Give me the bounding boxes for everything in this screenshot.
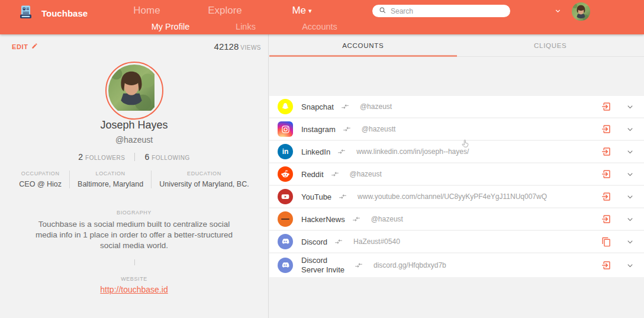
- account-value: @hazeustt: [362, 125, 396, 133]
- account-row: Reddit @hazeust: [269, 163, 644, 185]
- open-link-icon[interactable]: [601, 191, 611, 202]
- service-name: Discord Server Invite: [301, 256, 347, 275]
- occupation-field: OCCUPATION CEO @ Hioz: [11, 171, 69, 188]
- views-label: VIEWS: [240, 44, 261, 51]
- compare-arrows-icon: [334, 237, 343, 246]
- website-link[interactable]: http://touchbase.id: [100, 285, 168, 294]
- nav-me[interactable]: Me▾: [292, 5, 311, 17]
- hackernews-icon: [278, 211, 293, 227]
- service-name: Instagram: [301, 125, 336, 134]
- brand-name: Touchbase: [41, 8, 88, 18]
- account-row: HackerNews @hazeust: [269, 208, 644, 230]
- tab-bar: ACCOUNTS CLIQUES: [269, 34, 644, 57]
- account-value: @hazeust: [360, 102, 392, 111]
- account-row: Discord Server Invite discord.gg/Hfqbdxy…: [269, 253, 644, 277]
- section-divider: [134, 259, 135, 265]
- open-link-icon[interactable]: [601, 101, 611, 112]
- open-link-icon[interactable]: [601, 124, 611, 134]
- compare-arrows-icon: [337, 147, 346, 156]
- account-row: Instagram @hazeustt: [269, 118, 644, 140]
- stats-divider: [134, 153, 135, 161]
- instagram-icon: [278, 121, 293, 137]
- chevron-down-icon[interactable]: [626, 125, 635, 134]
- chevron-down-icon[interactable]: [626, 170, 635, 179]
- header-avatar[interactable]: [572, 2, 590, 21]
- chevron-down-icon[interactable]: [626, 215, 635, 224]
- chevron-down-icon[interactable]: [626, 102, 635, 111]
- chevron-down-icon[interactable]: [626, 237, 635, 246]
- compare-arrows-icon: [355, 261, 363, 269]
- account-row: Snapchat @hazeust: [269, 96, 644, 117]
- account-value: www.linkedin.com/in/joseph--hayes/: [356, 147, 469, 156]
- open-link-icon[interactable]: [601, 146, 611, 157]
- location-field: LOCATION Baltimore, Maryland: [69, 171, 151, 188]
- profile-views: 42128VIEWS: [214, 41, 261, 52]
- profile-avatar[interactable]: [105, 62, 163, 120]
- account-row: YouTube www.youtube.com/channel/UC8yyKyP…: [269, 186, 644, 207]
- biography-text: Touchbase is a social medium built to ce…: [31, 219, 237, 251]
- compare-arrows-icon: [352, 215, 360, 223]
- biography-label: BIOGRAPHY: [0, 210, 268, 216]
- profile-panel: EDIT 42128VIEWS Joseph Hayes @hazeust 2F…: [0, 34, 269, 318]
- tab-cliques[interactable]: CLIQUES: [457, 34, 644, 56]
- service-name: LinkedIn: [301, 147, 330, 156]
- edit-label: EDIT: [12, 43, 28, 50]
- subnav-my-profile[interactable]: My Profile: [152, 22, 189, 31]
- service-name: Snapchat: [301, 102, 334, 111]
- profile-handle: @hazeust: [0, 135, 268, 144]
- discord-icon: [278, 258, 293, 273]
- open-link-icon[interactable]: [601, 214, 611, 224]
- service-name: Reddit: [301, 170, 324, 179]
- chevron-down-icon[interactable]: [626, 261, 635, 270]
- following-stat[interactable]: 6FOLLOWING: [144, 152, 189, 162]
- brand[interactable]: Touchbase: [18, 4, 88, 23]
- pencil-icon: [31, 43, 38, 50]
- account-value: @hazeust: [350, 170, 382, 178]
- active-tab-indicator: [269, 55, 457, 57]
- copy-icon[interactable]: [601, 237, 611, 247]
- nav-home[interactable]: Home: [133, 5, 160, 17]
- reddit-icon: [278, 166, 293, 182]
- search-placeholder: Search: [391, 7, 413, 15]
- chevron-down-icon[interactable]: [626, 147, 635, 156]
- account-row: Discord HaZeust#0540: [269, 231, 644, 252]
- accounts-panel: ACCOUNTS CLIQUES Snapchat @hazeust Insta…: [269, 34, 644, 318]
- nav-explore[interactable]: Explore: [208, 5, 242, 17]
- account-value: discord.gg/Hfqbdxyd7b: [373, 261, 446, 269]
- compare-arrows-icon: [343, 125, 351, 133]
- account-value: @hazeust: [371, 215, 403, 223]
- touchbase-logo-icon: [18, 4, 34, 23]
- search-icon: [379, 6, 387, 17]
- service-name: YouTube: [301, 192, 331, 201]
- account-value: www.youtube.com/channel/UC8yyKyPF4eYgJ11…: [358, 192, 547, 201]
- followers-stat[interactable]: 2FOLLOWERS: [78, 152, 125, 162]
- account-row: in LinkedIn www.linkedin.com/in/joseph--…: [269, 141, 644, 162]
- open-link-icon[interactable]: [601, 169, 611, 179]
- snapchat-icon: [278, 99, 293, 114]
- compare-arrows-icon: [339, 192, 347, 201]
- service-name: HackerNews: [301, 215, 345, 224]
- discord-icon: [278, 234, 293, 249]
- website-link-wrap: http://touchbase.id: [0, 285, 268, 294]
- app-header: Touchbase Home Explore Me▾ Search My Pro…: [0, 0, 644, 34]
- education-field: EDUCATION University of Maryland, BC.: [151, 171, 256, 188]
- tab-accounts[interactable]: ACCOUNTS: [269, 34, 457, 56]
- search-input[interactable]: Search: [372, 5, 510, 17]
- compare-arrows-icon: [341, 102, 349, 111]
- subnav-accounts[interactable]: Accounts: [302, 22, 337, 31]
- views-count: 42128: [214, 41, 239, 52]
- linkedin-icon: in: [278, 144, 293, 159]
- account-list: Snapchat @hazeust Instagram @hazeustt in…: [269, 96, 644, 278]
- account-value: HaZeust#0540: [353, 237, 400, 246]
- open-link-icon[interactable]: [601, 260, 611, 271]
- youtube-icon: [278, 189, 293, 204]
- account-menu-chevron-icon[interactable]: [554, 7, 562, 17]
- website-label: WEBSITE: [0, 276, 268, 282]
- follow-stats: 2FOLLOWERS 6FOLLOWING: [0, 152, 268, 162]
- chevron-down-icon[interactable]: [626, 192, 635, 201]
- edit-profile-button[interactable]: EDIT: [12, 43, 38, 50]
- subnav-links[interactable]: Links: [236, 22, 256, 31]
- chevron-down-icon: ▾: [308, 7, 312, 15]
- profile-fields: OCCUPATION CEO @ Hioz LOCATION Baltimore…: [0, 171, 268, 188]
- service-name: Discord: [301, 237, 327, 246]
